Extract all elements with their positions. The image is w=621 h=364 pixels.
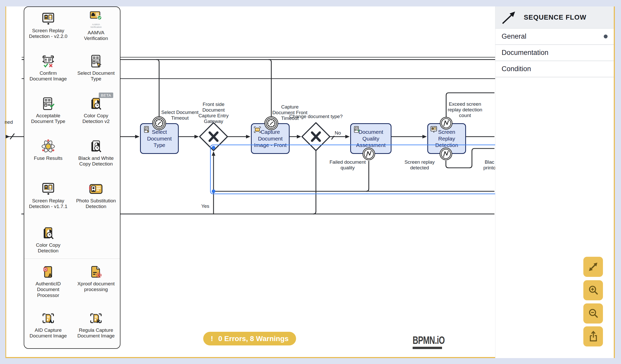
palette-item-label: Screen Replay Detection - v2.2.0 <box>28 28 69 39</box>
gateway-change-document-type[interactable] <box>301 122 331 152</box>
warning-icon: ! <box>211 335 213 343</box>
tab-general[interactable]: General <box>495 29 614 45</box>
palette-item-label: Xproof document processing <box>76 281 116 293</box>
bpmn-io-logo-underline <box>413 347 442 349</box>
palette-item-fuse-results[interactable]: Fuse Results <box>24 135 72 177</box>
aamva-icon <box>88 10 103 23</box>
zoom-out-button[interactable] <box>583 303 603 324</box>
palette-item-authenticid-processor[interactable]: AuthenticID Document Processor <box>24 260 72 307</box>
palette-item-label: AAMVA Verification <box>76 30 116 42</box>
palette-item-label: Regula Capture Document Image <box>76 327 116 339</box>
properties-panel-title: SEQUENCE FLOW <box>524 13 586 21</box>
sequence-flow-arrow-icon <box>501 10 517 25</box>
fit-viewport-button[interactable] <box>583 257 603 277</box>
error-boundary-event-srd-top[interactable] <box>439 117 453 130</box>
regula-capture-icon <box>89 312 103 326</box>
palette-item-xproof-processing[interactable]: Xproof document processing <box>72 260 120 307</box>
palette-item-label: Confirm Document Image <box>28 70 69 82</box>
error-boundary-event-srd-bottom[interactable] <box>439 147 453 161</box>
label-screen-replay-detected: Screen replay detected <box>400 159 439 171</box>
capture-document-icon <box>254 126 261 134</box>
tab-condition[interactable]: Condition <box>495 61 614 77</box>
select-document-type-icon <box>88 54 103 69</box>
lint-status-text: 0 Errors, 8 Warnings <box>218 335 289 343</box>
palette-item-confirm-document-image[interactable]: Confirm Document Image <box>24 49 72 92</box>
color-copy-icon <box>89 97 103 112</box>
beta-badge: BETA <box>99 93 113 98</box>
screen-replay-icon <box>41 12 55 27</box>
flow-yes-drop <box>313 151 316 214</box>
palette-item-label: Color Copy Detection v2 <box>76 113 116 125</box>
label-change-document-type: Change document type? <box>288 114 344 119</box>
screen-replay-icon <box>430 126 438 134</box>
palette-item-screen-replay-v220[interactable]: Screen Replay Detection - v2.2.0 <box>24 7 72 49</box>
xproof-icon <box>89 265 103 280</box>
select-document-type-icon <box>143 126 150 134</box>
bpmn-editor-app: Select Document Type Capture Document Im… <box>0 0 621 364</box>
tab-label: General <box>502 32 526 40</box>
timer-boundary-event-capture[interactable] <box>264 116 279 131</box>
palette-item-regula-capture[interactable]: Regula Capture Document Image <box>72 307 120 349</box>
palette-item-select-document-type[interactable]: Select Document Type <box>72 49 120 92</box>
timer-boundary-event-select[interactable] <box>152 116 167 131</box>
bpmn-io-logo[interactable]: BPMN.iO <box>413 334 457 349</box>
tab-label: Documentation <box>502 49 549 57</box>
aid-capture-icon <box>41 312 55 326</box>
palette-item-aamva-verification[interactable]: AAMVA Verification AAMVA Verification <box>72 7 120 49</box>
palette-item-photo-substitution[interactable]: Photo Substitution Detection <box>72 177 120 221</box>
bpmn-io-logo-text: BPMN.iO <box>413 334 445 346</box>
authenticid-icon <box>41 265 55 280</box>
fuse-results-icon <box>40 139 56 154</box>
palette-item-label: AuthenticID Document Processor <box>28 281 69 298</box>
palette-item-screen-replay-v171[interactable]: Screen Replay Detection - v1.7.1 <box>24 177 72 221</box>
document-check-icon <box>353 126 361 134</box>
confirm-document-icon <box>41 54 56 69</box>
tab-documentation[interactable]: Documentation <box>495 45 614 61</box>
palette-item-label: AID Capture Document Image <box>28 327 69 339</box>
screen-replay-icon <box>41 182 55 197</box>
palette-item-acceptable-document-type[interactable]: Acceptable Document Type <box>24 92 72 135</box>
zoom-in-button[interactable] <box>583 280 603 300</box>
palette-spacer <box>72 221 120 257</box>
bw-copy-icon <box>89 140 103 154</box>
flow-timer1-up <box>157 60 159 117</box>
palette-item-aid-capture[interactable]: AID Capture Document Image <box>24 307 72 349</box>
color-copy-icon <box>41 227 55 241</box>
palette-item-label: Screen Replay Detection - v1.7.1 <box>28 198 69 210</box>
label-no: No <box>333 130 343 136</box>
label-failed-document-quality: Failed document quality <box>326 159 370 171</box>
palette-item-color-copy[interactable]: Color Copy Detection <box>24 221 72 257</box>
palette-item-label: Photo Substitution Detection <box>76 198 116 210</box>
edited-dot-indicator <box>604 35 608 38</box>
aamva-caption: AAMVA Verification <box>90 23 102 29</box>
palette-item-color-copy-v2[interactable]: BETA Color Copy Detection v2 <box>72 92 120 135</box>
photo-substitution-icon <box>88 182 103 197</box>
label-exceed-count: Exceed screen replay detection count <box>443 101 487 118</box>
palette-item-label: Acceptable Document Type <box>28 113 69 125</box>
palette-item-bw-copy-detection[interactable]: Black and White Copy Detection <box>72 135 120 177</box>
tool-palette: Screen Replay Detection - v2.2.0 AAMVA V… <box>24 6 120 349</box>
palette-item-label: Select Document Type <box>76 70 116 82</box>
acceptable-document-icon <box>41 97 56 112</box>
export-share-button[interactable] <box>583 326 603 346</box>
label-front-side-gateway: Front side Document Capture Entry Gatewa… <box>195 102 232 124</box>
gateway-front-side-capture-entry[interactable] <box>199 122 228 152</box>
error-boundary-event-dqa[interactable] <box>362 147 375 161</box>
palette-item-label: Fuse Results <box>34 155 62 161</box>
palette-item-label: Black and White Copy Detection <box>76 155 116 167</box>
palette-item-label: Color Copy Detection <box>28 242 69 254</box>
palette-divider <box>24 257 120 260</box>
label-yes: Yes <box>200 203 211 209</box>
label-pool-clipped: ned <box>5 119 17 125</box>
lint-status-badge[interactable]: ! 0 Errors, 8 Warnings <box>203 332 296 345</box>
tab-label: Condition <box>502 65 531 73</box>
properties-panel-header: SEQUENCE FLOW <box>495 6 614 29</box>
